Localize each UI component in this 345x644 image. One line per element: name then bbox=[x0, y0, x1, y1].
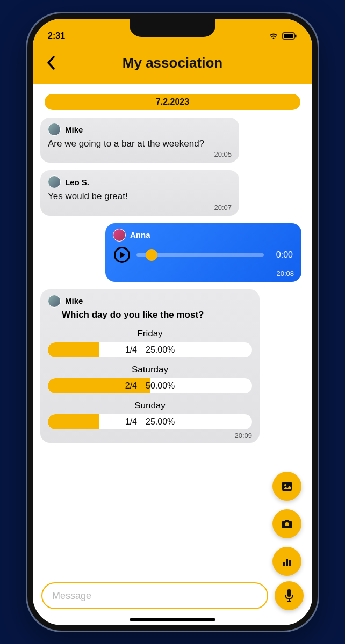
audio-elapsed: 0:00 bbox=[270, 250, 293, 260]
poll-bubble[interactable]: Mike Which day do you like the most? Fri… bbox=[40, 289, 260, 443]
mic-icon bbox=[284, 589, 294, 603]
status-time: 2:31 bbox=[48, 31, 65, 41]
poll-option-bar[interactable]: 1/4 25.00% bbox=[48, 342, 252, 357]
poll-fraction: 1/4 bbox=[125, 345, 137, 355]
avatar bbox=[48, 295, 61, 308]
back-button[interactable] bbox=[41, 53, 61, 72]
action-buttons bbox=[272, 472, 301, 576]
divider bbox=[48, 325, 252, 325]
poll-percent: 50.00% bbox=[146, 381, 175, 391]
poll-option-bar[interactable]: 2/4 50.00% bbox=[48, 378, 252, 393]
chat-content: 7.2.2023 Mike Are we going to a bar at t… bbox=[33, 84, 312, 624]
message-sender: Anna bbox=[130, 230, 150, 239]
svg-rect-6 bbox=[283, 562, 285, 566]
poll-percent: 25.00% bbox=[146, 345, 175, 355]
wifi-icon bbox=[268, 32, 279, 40]
message-bubble[interactable]: Leo S. Yes would be great! 20:07 bbox=[40, 170, 239, 215]
play-button[interactable] bbox=[114, 247, 130, 263]
avatar bbox=[113, 229, 126, 241]
avatar bbox=[48, 123, 61, 136]
svg-rect-7 bbox=[286, 559, 288, 566]
poll-option-label: Friday bbox=[48, 328, 252, 339]
svg-point-5 bbox=[285, 522, 289, 526]
composer bbox=[41, 581, 304, 610]
message-input[interactable] bbox=[41, 582, 268, 609]
device-notch bbox=[130, 19, 215, 37]
divider bbox=[48, 361, 252, 361]
camera-button[interactable] bbox=[272, 509, 301, 538]
message-sender: Mike bbox=[65, 296, 83, 305]
poll-option-label: Sunday bbox=[48, 400, 252, 411]
camera-icon bbox=[281, 517, 293, 530]
home-indicator bbox=[130, 618, 215, 621]
gallery-button[interactable] bbox=[272, 472, 301, 501]
bar-chart-icon bbox=[281, 555, 293, 567]
battery-icon bbox=[282, 32, 297, 40]
app-header: My association bbox=[33, 46, 312, 84]
page-title: My association bbox=[33, 55, 312, 71]
date-separator: 7.2.2023 bbox=[45, 94, 300, 110]
avatar bbox=[48, 175, 61, 188]
poll-fraction: 1/4 bbox=[125, 417, 137, 427]
svg-rect-2 bbox=[295, 35, 297, 38]
message-time: 20:07 bbox=[48, 203, 232, 211]
voice-message-bubble[interactable]: Anna 0:00 20:08 bbox=[105, 223, 301, 282]
mic-button[interactable] bbox=[275, 581, 304, 610]
poll-question: Which day do you like the most? bbox=[62, 310, 252, 320]
poll-button[interactable] bbox=[272, 547, 301, 576]
status-icons bbox=[268, 32, 297, 40]
phone-frame: 2:31 My association 7.2.2023 Mike Are we… bbox=[27, 13, 318, 631]
svg-point-4 bbox=[284, 484, 286, 486]
svg-rect-1 bbox=[284, 34, 293, 38]
message-sender: Mike bbox=[65, 125, 83, 134]
svg-rect-8 bbox=[289, 560, 291, 566]
message-time: 20:05 bbox=[48, 150, 232, 158]
poll-percent: 25.00% bbox=[146, 417, 175, 427]
message-text: Yes would be great! bbox=[48, 191, 232, 202]
message-text: Are we going to a bar at the weekend? bbox=[48, 138, 232, 149]
image-icon bbox=[281, 480, 293, 493]
divider bbox=[48, 397, 252, 397]
audio-thumb[interactable] bbox=[146, 249, 157, 261]
poll-option-label: Saturday bbox=[48, 364, 252, 375]
chevron-left-icon bbox=[46, 56, 56, 70]
message-time: 20:09 bbox=[48, 431, 252, 440]
audio-track[interactable] bbox=[136, 253, 264, 257]
svg-rect-9 bbox=[287, 589, 291, 597]
poll-fraction: 2/4 bbox=[125, 381, 137, 391]
message-bubble[interactable]: Mike Are we going to a bar at the weeken… bbox=[40, 118, 239, 163]
message-time: 20:08 bbox=[113, 269, 294, 277]
poll-option-bar[interactable]: 1/4 25.00% bbox=[48, 414, 252, 429]
message-sender: Leo S. bbox=[65, 178, 89, 187]
